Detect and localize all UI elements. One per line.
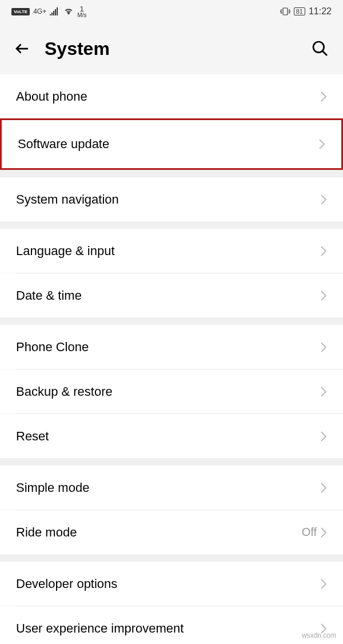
wifi-icon: [63, 7, 74, 15]
item-right: [320, 91, 327, 102]
chevron-right-icon: [320, 431, 327, 442]
item-label: Ride mode: [16, 525, 77, 540]
clock: 11:22: [309, 6, 332, 17]
status-left: VoLTE 4G+ 1 M/s: [11, 5, 86, 18]
section-gap: [0, 221, 343, 229]
settings-item-about-phone[interactable]: About phone: [0, 74, 343, 118]
header: System: [0, 23, 343, 74]
item-label: About phone: [16, 89, 87, 104]
network-type: 4G+: [33, 7, 46, 15]
back-icon[interactable]: [14, 40, 31, 57]
item-right: [320, 194, 327, 205]
chevron-right-icon: [320, 341, 327, 353]
volte-badge: VoLTE: [11, 8, 30, 15]
section-gap: [0, 317, 343, 325]
item-right: Off: [302, 526, 327, 539]
settings-item-system-navigation[interactable]: System navigation: [0, 177, 343, 221]
svg-point-1: [313, 42, 324, 53]
item-right: [320, 482, 327, 494]
item-right: [320, 245, 327, 257]
page-title: System: [45, 38, 297, 59]
item-label: Reset: [16, 429, 49, 444]
chevron-right-icon: [320, 91, 327, 102]
settings-item-software-update[interactable]: Software update: [0, 118, 343, 170]
section-gap: [0, 170, 343, 177]
settings-item-phone-clone[interactable]: Phone Clone: [0, 325, 343, 369]
item-right: [318, 138, 325, 150]
status-right: 81 11:22: [280, 6, 332, 17]
item-label: Backup & restore: [16, 384, 113, 399]
item-value: Off: [302, 526, 317, 539]
item-label: Language & input: [16, 244, 115, 259]
item-right: [320, 386, 327, 397]
watermark: wsxdn.com: [302, 631, 336, 639]
settings-item-backup-restore[interactable]: Backup & restore: [0, 369, 343, 414]
search-icon[interactable]: [311, 39, 329, 58]
item-label: Phone Clone: [16, 340, 89, 355]
settings-item-reset[interactable]: Reset: [0, 414, 343, 458]
chevron-right-icon: [320, 386, 327, 397]
vibrate-icon: [280, 7, 290, 16]
settings-item-ride-mode[interactable]: Ride modeOff: [0, 510, 343, 554]
chevron-right-icon: [320, 578, 327, 590]
item-label: Date & time: [16, 288, 82, 303]
item-label: Simple mode: [16, 480, 89, 495]
item-label: User experience improvement: [16, 621, 184, 636]
item-right: [320, 290, 327, 301]
speed-indicator: 1 M/s: [77, 5, 86, 18]
item-right: [320, 341, 327, 353]
battery-indicator: 81: [294, 7, 305, 15]
chevron-right-icon: [318, 138, 325, 150]
section-gap: [0, 554, 343, 562]
status-bar: VoLTE 4G+ 1 M/s 81 11:22: [0, 0, 343, 23]
settings-item-developer-options[interactable]: Developer options: [0, 562, 343, 606]
svg-rect-0: [283, 8, 288, 15]
settings-item-language-input[interactable]: Language & input: [0, 229, 343, 273]
settings-item-date-time[interactable]: Date & time: [0, 273, 343, 317]
section-gap: [0, 458, 343, 466]
signal-icon: [50, 7, 60, 15]
item-right: [320, 578, 327, 590]
item-right: [320, 431, 327, 442]
chevron-right-icon: [320, 194, 327, 205]
settings-item-simple-mode[interactable]: Simple mode: [0, 466, 343, 510]
chevron-right-icon: [320, 482, 327, 494]
item-label: Developer options: [16, 577, 117, 591]
settings-item-user-experience-improvement[interactable]: User experience improvement: [0, 606, 343, 644]
chevron-right-icon: [320, 290, 327, 301]
item-label: Software update: [18, 137, 109, 152]
chevron-right-icon: [320, 527, 327, 538]
chevron-right-icon: [320, 245, 327, 257]
item-label: System navigation: [16, 192, 119, 207]
